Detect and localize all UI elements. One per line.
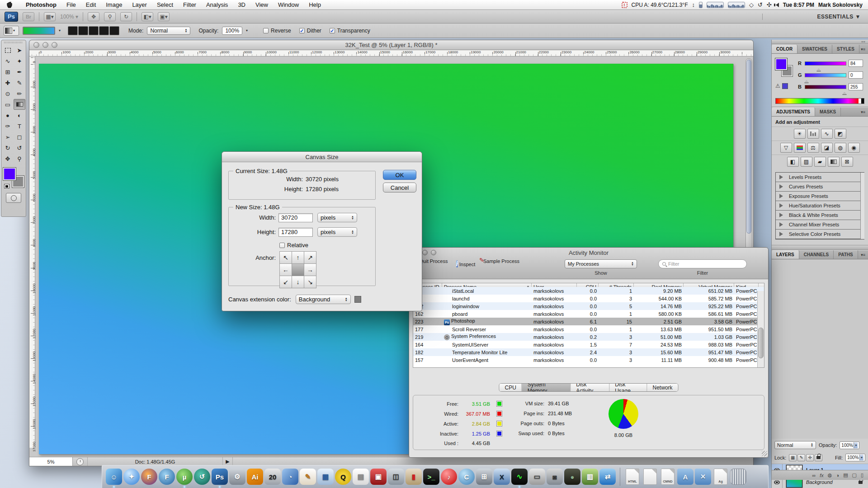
ok-button[interactable]: OK (383, 170, 416, 180)
lasso-tool[interactable]: ∿ (2, 56, 14, 66)
updown-arrows-icon[interactable]: ↕ (692, 1, 695, 8)
activity-monitor-header[interactable]: Activity Monitor Quit Process i Inspect … (409, 248, 768, 279)
preset-selective-color-presets[interactable]: Selective Color Presets (776, 230, 864, 239)
hand-tool[interactable]: ✥ (2, 153, 14, 164)
pen-tool[interactable]: ✑ (2, 121, 14, 131)
new-height-input[interactable]: 17280 (278, 228, 313, 237)
panel-menu-icon[interactable]: ▾≡ (861, 108, 868, 116)
am-resize-grip[interactable] (762, 451, 767, 456)
rotate-view-button[interactable]: ↻ (120, 12, 132, 21)
gradient-type-angle[interactable] (89, 26, 99, 35)
spot-healing-tool[interactable]: ✚ (2, 77, 14, 88)
show-dropdown[interactable]: My Processes▲▼ (565, 259, 637, 268)
channel-mixer-adjustment-icon[interactable]: ◉ (848, 143, 860, 153)
orbit-3d-tool[interactable]: ↺ (14, 142, 25, 153)
anchor-cell[interactable]: ↙ (279, 276, 292, 288)
shape-tool[interactable]: ◻ (14, 131, 25, 142)
process-row-system-preferences[interactable]: 219⚙System Preferencesmarksokolovs0.2351… (413, 333, 764, 341)
opacity-field[interactable]: 100% (222, 27, 242, 35)
width-unit-dropdown[interactable]: pixels▲▼ (317, 213, 357, 222)
eyedropper-tool[interactable]: ✒ (14, 66, 25, 77)
panel-dock-header[interactable]: «« (772, 40, 868, 44)
dock-icon-font-file[interactable]: Ag (714, 469, 727, 485)
cpu-graph-icon[interactable] (707, 2, 724, 8)
panel-menu-icon[interactable]: ▾≡ (861, 250, 868, 259)
checkbox-transparency[interactable]: ✓Transparency (330, 28, 370, 34)
anchor-cell[interactable]: → (304, 263, 316, 276)
am-tab-disk-activity[interactable]: Disk Activity (571, 384, 609, 391)
process-row-istatlocal[interactable]: 51iStatLocalmarksokolovs0.019.20 MB651.0… (413, 287, 764, 295)
anchor-cell[interactable]: ↘ (304, 276, 316, 288)
dock-icon-photoshop[interactable]: Ps (212, 469, 228, 485)
volume-icon[interactable] (776, 3, 779, 7)
time-machine-icon[interactable]: ↺ (758, 1, 763, 8)
tab-swatches[interactable]: SWATCHES (797, 45, 832, 53)
crop-tool[interactable]: ⊞ (2, 66, 14, 77)
dock-icon-gba-emulator[interactable]: ◙ (547, 469, 563, 485)
network-graph-icon[interactable] (728, 2, 745, 8)
new-layer-icon[interactable]: ▢ (852, 472, 857, 478)
anchor-cell[interactable]: ↓ (292, 276, 304, 288)
gradient-tool[interactable] (14, 99, 25, 110)
vibrance-adjustment-icon[interactable]: ▽ (780, 143, 792, 153)
layer-style-icon[interactable]: fx (820, 473, 824, 478)
dock-icon-trash[interactable] (730, 469, 746, 485)
new-group-icon[interactable]: ▤ (843, 472, 848, 478)
tab-channels[interactable]: CHANNELS (799, 250, 834, 259)
process-row-scroll-reverser[interactable]: 177Scroll Reversermarksokolovs0.0113.63 … (413, 325, 764, 333)
zoom-level-control[interactable]: 100% ▾ (60, 14, 78, 20)
bridge-button[interactable]: Br (23, 12, 34, 21)
new-width-input[interactable]: 30720 (278, 213, 313, 222)
tool-preset-picker[interactable]: ▾ (4, 26, 19, 36)
quick-mask-button[interactable] (6, 193, 21, 203)
hand-tool-button[interactable]: ✥ (88, 12, 99, 21)
dock-icon-finder[interactable]: ☺ (106, 469, 122, 485)
dock-icon-activity-monitor[interactable]: ∿ (511, 469, 528, 485)
dock-icon-teamviewer[interactable]: ⇄ (599, 469, 616, 485)
process-row-systemuiserver[interactable]: 164SystemUIServermarksokolovs1.5724.53 M… (413, 341, 764, 348)
dock-icon-safari[interactable]: ✦ (123, 469, 140, 485)
gamut-warning[interactable]: ⚠ (775, 83, 788, 89)
gradient-picker-arrow[interactable]: ▾ (59, 28, 61, 33)
channel-value-field[interactable]: 84 (849, 60, 863, 67)
anchor-cell[interactable]: ↗ (304, 251, 316, 264)
checkbox-reverse[interactable]: Reverse (263, 28, 291, 34)
preset-black-white-presets[interactable]: Black & White Presets (776, 211, 864, 220)
panel-foreground-swatch[interactable] (775, 58, 787, 70)
preset-hue-saturation-presets[interactable]: Hue/Saturation Presets (776, 201, 864, 211)
panel-menu-icon[interactable]: ▾≡ (861, 45, 868, 53)
preset-channel-mixer-presets[interactable]: Channel Mixer Presets (776, 220, 864, 230)
inspect-button[interactable]: i Inspect (454, 258, 477, 269)
user-menu[interactable]: Mark Sokolovsky (818, 2, 863, 8)
dock-icon-calculator[interactable]: ⊞ (476, 469, 492, 485)
tab-paths[interactable]: PATHS (834, 250, 858, 259)
process-row-launchd[interactable]: 45launchdmarksokolovs0.03544.00 KB585.72… (413, 295, 764, 302)
dock-icon-bento[interactable]: ▦ (317, 469, 334, 485)
tab-adjustments[interactable]: ADJUSTMENTS (772, 108, 815, 116)
dock-icon-terminal[interactable]: >_ (423, 469, 439, 485)
dock-icon-xcode[interactable]: X (494, 469, 510, 485)
dock-icon-disk-utility[interactable]: ◫ (388, 469, 404, 485)
clone-stamp-tool[interactable]: ⊙ (2, 88, 14, 99)
menu-item-filter[interactable]: Filter (178, 1, 201, 8)
workspace-switcher[interactable]: ESSENTIALS ▼ (762, 14, 861, 20)
magic-wand-tool[interactable]: ✦ (14, 56, 25, 66)
process-row-photoshop[interactable]: 223PsPhotoshopmarksokolovs6.1152.51 GB3.… (413, 318, 764, 325)
visibility-eye-icon[interactable] (774, 480, 780, 484)
slider-track[interactable] (805, 61, 846, 66)
blur-tool[interactable]: ● (2, 110, 14, 121)
selective-color-adjustment-icon[interactable]: ⊠ (841, 157, 853, 167)
dock-icon-utilities-folder[interactable]: ✕ (695, 469, 711, 485)
tab-layers[interactable]: LAYERS (772, 250, 799, 259)
height-unit-dropdown[interactable]: pixels▲▼ (317, 227, 357, 237)
photo-filter-adjustment-icon[interactable]: ◍ (835, 143, 846, 153)
am-tab-cpu[interactable]: CPU (500, 384, 522, 391)
delete-layer-icon[interactable]: ▯ (861, 472, 863, 478)
preset-levels-presets[interactable]: Levels Presets (776, 173, 864, 182)
menu-item-edit[interactable]: Edit (81, 1, 101, 8)
apple-menu-icon[interactable] (6, 2, 13, 8)
dock-icon-illustrator[interactable]: Ai (247, 469, 263, 485)
channel-value-field[interactable]: 255 (849, 83, 863, 90)
curves-adjustment-icon[interactable]: ∿ (821, 129, 833, 139)
marquee-tool[interactable] (2, 45, 14, 56)
